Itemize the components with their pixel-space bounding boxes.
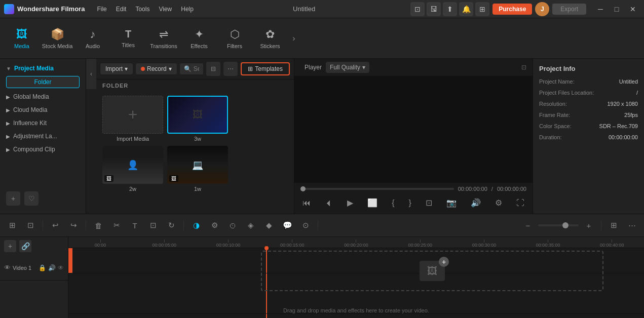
- add-media-button[interactable]: +: [102, 96, 163, 134]
- grid-view-button[interactable]: ⊞: [605, 217, 622, 233]
- record-button[interactable]: Record ▾: [136, 63, 177, 74]
- quality-dropdown[interactable]: Full Quality ▾: [326, 62, 369, 73]
- color-button[interactable]: ◑: [188, 217, 204, 233]
- search-box[interactable]: 🔍: [180, 63, 204, 74]
- zoom-in-button[interactable]: +: [581, 217, 597, 233]
- settings-button[interactable]: ⚙: [206, 217, 222, 233]
- templates-button[interactable]: ⊞ Templates: [241, 62, 290, 75]
- tool-stock-media[interactable]: 📦 Stock Media: [40, 21, 75, 56]
- close-button[interactable]: ✕: [626, 2, 640, 16]
- settings-preview-button[interactable]: ⚙: [493, 197, 504, 209]
- minimize-button[interactable]: ─: [593, 2, 608, 16]
- redo-button[interactable]: ↪: [65, 217, 82, 233]
- sidebar-item-cloud-media[interactable]: ▶ Cloud Media: [0, 103, 86, 116]
- progress-handle[interactable]: [300, 186, 306, 191]
- media-item-3w[interactable]: 🖼 3w: [167, 96, 228, 142]
- subtitle-button[interactable]: 💬: [279, 217, 295, 233]
- preview-player-tab[interactable]: Player: [300, 62, 326, 73]
- purchase-button[interactable]: Purchase: [493, 4, 532, 15]
- sidebar-item-influence-kit[interactable]: ▶ Influence Kit: [0, 116, 86, 130]
- tool-media[interactable]: 🖼 Media: [4, 21, 40, 56]
- audio-button[interactable]: 🔊: [469, 197, 483, 209]
- timeline-ruler: 00:00 00:00:05:00 00:00:10:00 00:00:15:0…: [68, 237, 644, 248]
- layout-icon[interactable]: ⊞: [475, 2, 489, 16]
- undo-button[interactable]: ↩: [47, 217, 63, 233]
- tool-titles[interactable]: T Titles: [110, 21, 146, 56]
- sidebar-collapse[interactable]: ‹: [86, 59, 96, 89]
- scene-button[interactable]: ⊞: [4, 217, 20, 233]
- tool-filters[interactable]: ⬡ Filters: [217, 21, 252, 56]
- mark-in-button[interactable]: {: [390, 197, 396, 209]
- filter-button[interactable]: ⊟: [206, 62, 220, 76]
- menu-file[interactable]: File: [93, 4, 110, 15]
- export-frame-button[interactable]: ⊡: [424, 197, 434, 209]
- ai-button[interactable]: ⊙: [297, 217, 314, 233]
- more-tl-button[interactable]: ⋯: [624, 217, 640, 233]
- zoom-handle[interactable]: [562, 222, 569, 228]
- play-button[interactable]: ▶: [345, 197, 355, 209]
- media-item-2w[interactable]: 👤 🖼 2w: [102, 146, 163, 192]
- add-folder-button[interactable]: +: [6, 191, 20, 206]
- scene-detect-button[interactable]: ⊡: [22, 217, 39, 233]
- menu-edit[interactable]: Edit: [112, 4, 131, 15]
- upload-icon[interactable]: ⬆: [443, 2, 457, 16]
- tool-transitions[interactable]: ⇌ Transitions: [146, 21, 181, 56]
- stabilize-button[interactable]: ◈: [243, 217, 259, 233]
- add-track-button[interactable]: +: [4, 240, 16, 252]
- sidebar-item-compound-clip[interactable]: ▶ Compound Clip: [0, 143, 86, 156]
- sidebar-item-adjustment-layer[interactable]: ▶ Adjustment La...: [0, 130, 86, 143]
- tool-stickers[interactable]: ✿ Stickers: [252, 21, 288, 56]
- tool-effects[interactable]: ✦ Effects: [181, 21, 217, 56]
- zoom-out-button[interactable]: −: [520, 217, 536, 233]
- timeline-toolbar: ⊞ ⊡ ↩ ↪ 🗑 ✂ T ⊡ ↻ ◑ ⚙ ⏲ ◈ ◆ 💬 ⊙ − + ⊞ ⋯: [0, 214, 644, 237]
- mark-out-button[interactable]: }: [407, 197, 413, 209]
- notification-icon[interactable]: 🔔: [459, 2, 473, 16]
- toolbar-more[interactable]: ›: [288, 21, 300, 56]
- screen-icon[interactable]: ⊡: [410, 2, 425, 16]
- snapshot-button[interactable]: 📷: [444, 197, 459, 209]
- save-icon[interactable]: 🖫: [427, 2, 441, 16]
- menu-view[interactable]: View: [155, 4, 176, 15]
- timeline-track-video1[interactable]: 🖼 +: [68, 248, 644, 273]
- rotate-button[interactable]: ↻: [163, 217, 179, 233]
- folder-button[interactable]: Folder: [6, 76, 80, 88]
- preview-canvas: [294, 76, 533, 182]
- media-thumb-2w[interactable]: 👤 🖼: [102, 146, 163, 184]
- track-audio-icon[interactable]: 🔊: [48, 264, 56, 271]
- track-visibility-icon[interactable]: 👁: [4, 264, 11, 271]
- import-media-item[interactable]: + Import Media: [102, 96, 163, 142]
- link-track-button[interactable]: 🔗: [19, 240, 31, 252]
- maximize-button[interactable]: □: [610, 2, 624, 16]
- more-options-button[interactable]: ⋯: [223, 62, 238, 76]
- frame-back-button[interactable]: ⏴: [323, 197, 335, 209]
- speed-button[interactable]: ⏲: [224, 217, 241, 233]
- cut-button[interactable]: ✂: [108, 217, 125, 233]
- zoom-slider[interactable]: [538, 224, 579, 226]
- ruler-mark-25: 00:00:25:00: [388, 240, 452, 248]
- text-button[interactable]: T: [127, 217, 143, 233]
- media-item-1w[interactable]: 💻 🖼 1w: [167, 146, 228, 192]
- track-lock-icon[interactable]: 🔒: [39, 264, 46, 271]
- export-button[interactable]: Export: [552, 4, 586, 15]
- go-start-button[interactable]: ⏮: [300, 197, 313, 209]
- delete-button[interactable]: 🗑: [90, 217, 106, 233]
- crop-button[interactable]: ⊡: [145, 217, 161, 233]
- timeline-tracks[interactable]: 🖼 + Drag and drop media and effects here…: [68, 248, 644, 318]
- stop-button[interactable]: ⬜: [365, 197, 380, 209]
- menu-tools[interactable]: Tools: [131, 4, 154, 15]
- media-thumb-3w[interactable]: 🖼: [167, 96, 228, 134]
- fullscreen-button[interactable]: ⛶: [514, 197, 526, 209]
- tool-audio[interactable]: ♪ Audio: [75, 21, 110, 56]
- keyframe-button[interactable]: ◆: [261, 217, 277, 233]
- progress-track[interactable]: [300, 188, 454, 190]
- import-button[interactable]: Import ▾: [100, 63, 133, 74]
- media-thumb-1w[interactable]: 💻 🖼: [167, 146, 228, 184]
- preview-expand-icon[interactable]: ⊡: [521, 64, 526, 71]
- project-media-header[interactable]: ▼ Project Media: [0, 63, 86, 74]
- sidebar-item-global-media[interactable]: ▶ Global Media: [0, 90, 86, 103]
- favorites-button[interactable]: ♡: [24, 191, 39, 206]
- track-eye-icon[interactable]: 👁: [58, 264, 64, 271]
- menu-help[interactable]: Help: [177, 4, 198, 15]
- user-avatar[interactable]: J: [535, 2, 549, 16]
- search-input[interactable]: [194, 65, 200, 72]
